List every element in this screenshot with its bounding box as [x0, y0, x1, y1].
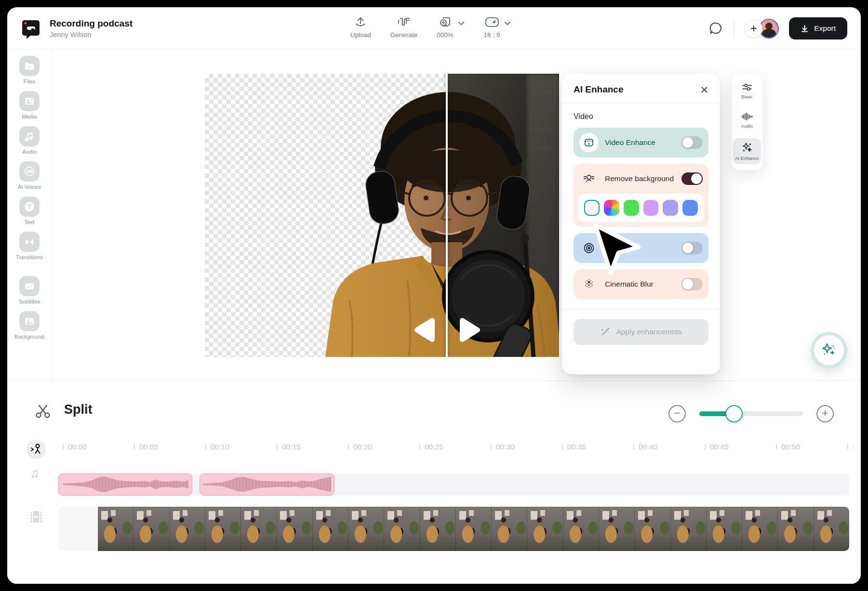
apply-enhancements-button[interactable]: Apply enhancemnts	[574, 319, 708, 345]
audio-clip[interactable]	[58, 473, 192, 496]
sidebar-item-background[interactable]: Background	[14, 311, 44, 340]
project-title-block: Recording podcast Jenny Wilson	[50, 18, 133, 39]
cinematic-blur-row[interactable]: Cinematic Blur	[574, 269, 708, 299]
cinematic-blur-toggle[interactable]	[681, 278, 703, 290]
comments-icon[interactable]	[708, 21, 723, 36]
contact-row[interactable]: Contact	[574, 233, 708, 263]
audio-track-icon: ♫	[30, 466, 40, 481]
upload-icon	[354, 15, 367, 29]
timeline-section: Split − + 00:00 00:05 00:10 00:15 00:20 …	[7, 381, 861, 584]
upload-button[interactable]: Upload	[350, 15, 371, 39]
cinematic-blur-icon	[579, 278, 599, 290]
video-thumbnail	[706, 507, 742, 551]
video-thumbnail	[634, 507, 670, 551]
sidebar-item-transitions[interactable]: Transitions	[16, 232, 43, 260]
timeline-header: Split	[34, 399, 93, 420]
zoom-slider-knob[interactable]	[725, 405, 743, 422]
rail-item-audio[interactable]: Audio	[733, 109, 761, 132]
video-thumbnail	[98, 507, 133, 551]
top-bar: Recording podcast Jenny Wilson Upload Ge…	[7, 7, 861, 50]
sidebar-item-audio[interactable]: Audio	[19, 126, 40, 155]
generate-button[interactable]: Generate	[390, 15, 417, 39]
zoom-out-button[interactable]: −	[668, 405, 686, 422]
sidebar-item-text[interactable]: Text	[19, 197, 40, 225]
swatch-blue[interactable]	[682, 200, 698, 216]
ruler-label: 00:45	[710, 443, 729, 451]
settings-rail: Basic Audio AI Enhance	[732, 74, 762, 170]
panel-divider	[562, 103, 720, 104]
video-thumbnail	[420, 507, 455, 551]
sparkles-icon	[821, 342, 837, 358]
swatch-rainbow[interactable]	[604, 200, 619, 216]
remove-background-row[interactable]: Remove background	[574, 164, 708, 194]
sidebar-item-media[interactable]: Media	[19, 91, 40, 119]
compare-slider-handles[interactable]	[411, 315, 483, 345]
sidebar-item-ai-voices[interactable]: AI Voices	[18, 161, 41, 190]
zoom-chevron-down-icon[interactable]	[458, 21, 465, 26]
sidebar-item-subtitles[interactable]: Subtitles	[19, 276, 40, 304]
video-enhance-icon	[579, 133, 599, 152]
video-thumbnail	[133, 507, 169, 551]
export-button[interactable]: Export	[789, 17, 847, 39]
aspect-chevron-down-icon[interactable]	[504, 21, 511, 26]
contact-toggle[interactable]	[681, 242, 703, 254]
background-swatch-card	[578, 194, 704, 222]
add-collaborator-button[interactable]: +	[745, 20, 762, 38]
contact-label: Contact	[605, 244, 675, 252]
remove-background-toggle[interactable]	[681, 172, 703, 185]
timeline-ruler[interactable]: 00:00 00:05 00:10 00:15 00:20 00:25 00:3…	[63, 443, 853, 451]
video-enhance-row[interactable]: Video Enhance	[574, 128, 708, 158]
transitions-icon	[19, 232, 40, 252]
topbar-divider	[734, 20, 734, 37]
split-scissors-icon	[34, 399, 52, 420]
sidebar-label: Background	[14, 334, 44, 340]
sidebar-item-files[interactable]: Files	[19, 56, 40, 84]
ruler-label: 00:05	[139, 443, 158, 451]
video-clip-filmstrip[interactable]	[98, 507, 849, 551]
video-thumbnail	[169, 507, 205, 551]
video-clip-gap	[59, 507, 98, 551]
zoom-level-button[interactable]: 000%	[437, 15, 454, 39]
video-thumbnail	[777, 507, 813, 551]
video-enhance-label: Video Enhance	[605, 138, 675, 147]
sidebar-label: AI Voices	[18, 184, 41, 190]
swatch-transparent[interactable]	[584, 200, 600, 216]
topbar-right-group: + Export	[708, 7, 847, 50]
export-label: Export	[814, 24, 836, 33]
app-logo-icon	[21, 18, 41, 39]
compare-left-arrow-icon	[417, 320, 432, 340]
split-tool-label: Split	[64, 402, 93, 417]
video-thumbnail	[563, 507, 599, 551]
ruler-label: 00:25	[425, 443, 443, 451]
zoom-slider[interactable]	[699, 411, 803, 416]
aspect-ratio-button[interactable]: 16 : 9	[484, 15, 500, 39]
ai-magic-fab[interactable]	[811, 332, 847, 368]
rail-item-ai-enhance[interactable]: AI Enhance	[733, 138, 761, 164]
swatch-green[interactable]	[624, 200, 639, 216]
aspect-ratio-icon	[485, 15, 499, 29]
swatch-purple[interactable]	[663, 200, 678, 216]
video-thumbnail	[491, 507, 527, 551]
video-enhance-toggle[interactable]	[681, 136, 703, 149]
swatch-lavender[interactable]	[643, 200, 659, 216]
remove-background-icon	[579, 172, 599, 185]
subtitles-icon	[19, 276, 40, 296]
subject-person	[205, 74, 559, 357]
rail-item-basic[interactable]: Basic	[733, 79, 761, 103]
timeline-zoom-controls: − +	[668, 405, 834, 422]
audio-clip[interactable]	[200, 473, 334, 496]
apply-enhancements-label: Apply enhancemnts	[616, 328, 681, 336]
video-thumbnail	[455, 507, 491, 551]
ruler-label: 00:35	[567, 443, 586, 451]
upload-label: Upload	[350, 31, 371, 39]
remove-background-label: Remove background	[605, 174, 675, 183]
close-icon[interactable]: ✕	[700, 85, 708, 95]
ruler-label: 00:15	[282, 443, 301, 451]
ruler-label: 00:10	[211, 443, 229, 451]
zoom-in-button[interactable]: +	[816, 405, 834, 422]
rail-label: Basic	[741, 94, 752, 99]
voiceover-button[interactable]	[27, 440, 46, 459]
text-icon	[19, 197, 40, 217]
video-thumbnail	[348, 507, 384, 551]
sidebar-label: Text	[24, 219, 34, 225]
